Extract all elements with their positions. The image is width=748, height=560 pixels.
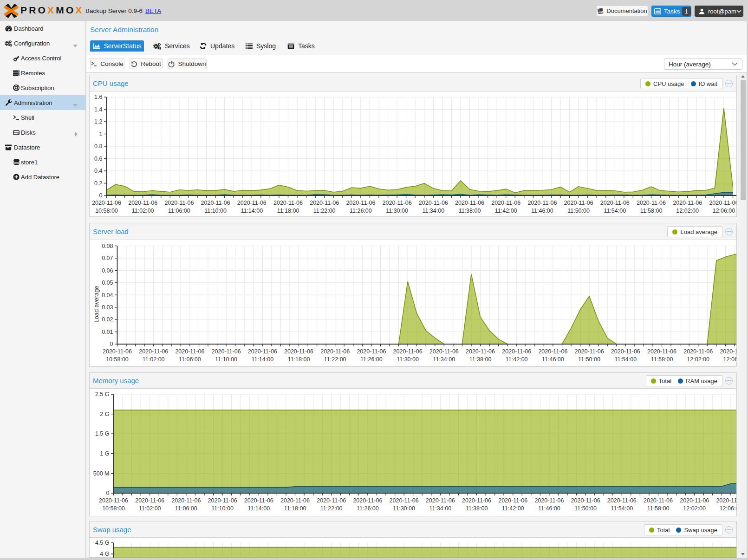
- svg-text:2020-11-06: 2020-11-06: [429, 348, 459, 355]
- svg-text:2020-11-06: 2020-11-06: [390, 497, 419, 504]
- svg-text:0.01: 0.01: [102, 329, 113, 335]
- svg-text:11:26:00: 11:26:00: [350, 208, 372, 214]
- svg-text:11:06:00: 11:06:00: [179, 356, 201, 363]
- svg-text:0.8: 0.8: [94, 143, 102, 150]
- svg-text:1 G: 1 G: [100, 450, 109, 457]
- svg-text:1: 1: [99, 131, 103, 137]
- svg-text:2020-11-06: 2020-11-06: [284, 348, 313, 355]
- svg-text:2.5 G: 2.5 G: [95, 391, 110, 397]
- svg-text:2020-11-06: 2020-11-06: [280, 497, 310, 504]
- svg-text:2020-11-06: 2020-11-06: [393, 348, 423, 355]
- svg-text:2020-11-06: 2020-11-06: [455, 200, 484, 206]
- svg-text:2020-11-06: 2020-11-06: [357, 348, 386, 355]
- svg-text:12:02:00: 12:02:00: [676, 208, 699, 214]
- svg-text:2020-11-06: 2020-11-06: [716, 497, 736, 504]
- svg-text:1.5 G: 1.5 G: [95, 430, 110, 437]
- svg-text:11:18:00: 11:18:00: [288, 356, 310, 363]
- svg-text:11:34:00: 11:34:00: [429, 505, 451, 512]
- svg-text:11:14:00: 11:14:00: [241, 208, 263, 214]
- svg-text:11:26:00: 11:26:00: [360, 356, 383, 363]
- svg-text:2020-11-06: 2020-11-06: [534, 497, 564, 504]
- svg-text:11:26:00: 11:26:00: [357, 505, 379, 512]
- svg-text:4.5 G: 4.5 G: [95, 540, 110, 546]
- svg-text:11:02:00: 11:02:00: [143, 356, 165, 363]
- svg-text:11:54:00: 11:54:00: [604, 208, 626, 214]
- svg-text:12:02:00: 12:02:00: [687, 356, 709, 363]
- svg-text:4 G: 4 G: [100, 551, 109, 557]
- svg-text:2020-11-06: 2020-11-06: [171, 497, 201, 504]
- svg-text:2020-11-06: 2020-11-06: [611, 348, 640, 355]
- svg-text:11:14:00: 11:14:00: [251, 356, 273, 363]
- svg-text:2020-11-06: 2020-11-06: [466, 348, 495, 355]
- svg-text:2020-11-06: 2020-11-06: [491, 200, 520, 206]
- svg-text:11:46:00: 11:46:00: [538, 505, 560, 512]
- svg-text:2020-11-06: 2020-11-06: [462, 497, 491, 504]
- svg-text:11:22:00: 11:22:00: [320, 505, 343, 512]
- svg-text:2020-11-06: 2020-11-06: [244, 497, 273, 504]
- svg-text:1.4: 1.4: [94, 106, 102, 113]
- svg-text:11:06:00: 11:06:00: [175, 505, 197, 512]
- svg-text:10:58:00: 10:58:00: [106, 356, 129, 363]
- svg-text:11:06:00: 11:06:00: [168, 208, 190, 214]
- svg-text:2020-11-06: 2020-11-06: [237, 200, 267, 206]
- svg-text:2020-11-06: 2020-11-06: [571, 497, 600, 504]
- svg-text:11:38:00: 11:38:00: [469, 356, 492, 363]
- svg-text:2020-11-06: 2020-11-06: [99, 497, 128, 504]
- svg-text:0.02: 0.02: [102, 316, 113, 323]
- svg-text:2020-11-06: 2020-11-06: [647, 348, 676, 355]
- svg-text:11:38:00: 11:38:00: [459, 208, 481, 214]
- svg-text:12:06:00: 12:06:00: [720, 505, 736, 512]
- svg-text:11:22:00: 11:22:00: [324, 356, 346, 363]
- svg-text:2020-11-06: 2020-11-06: [208, 497, 237, 504]
- svg-text:0.4: 0.4: [94, 168, 102, 174]
- svg-text:11:10:00: 11:10:00: [215, 356, 237, 363]
- svg-text:2020-11-06: 2020-11-06: [538, 348, 567, 355]
- svg-text:2020-11-06: 2020-11-06: [310, 200, 339, 206]
- svg-text:0.07: 0.07: [102, 255, 113, 261]
- svg-text:11:42:00: 11:42:00: [506, 356, 528, 363]
- svg-text:11:38:00: 11:38:00: [466, 505, 488, 512]
- svg-text:500 M: 500 M: [93, 470, 110, 477]
- svg-text:11:58:00: 11:58:00: [647, 505, 670, 512]
- svg-text:0.2: 0.2: [94, 180, 102, 187]
- svg-text:11:02:00: 11:02:00: [139, 505, 161, 512]
- svg-text:2020-11-06: 2020-11-06: [383, 200, 412, 206]
- svg-text:2020-11-06: 2020-11-06: [320, 348, 350, 355]
- svg-text:11:54:00: 11:54:00: [614, 356, 637, 363]
- svg-text:11:34:00: 11:34:00: [433, 356, 455, 363]
- svg-text:2020-11-06: 2020-11-06: [139, 348, 168, 355]
- svg-text:2020-11-06: 2020-11-06: [273, 200, 303, 206]
- svg-text:1.6: 1.6: [94, 94, 102, 100]
- svg-text:2020-11-06: 2020-11-06: [201, 200, 230, 206]
- svg-text:0.05: 0.05: [102, 280, 113, 286]
- svg-text:2020-11-06: 2020-11-06: [346, 200, 375, 206]
- svg-text:2020-11-06: 2020-11-06: [248, 348, 277, 355]
- svg-text:11:30:00: 11:30:00: [393, 505, 415, 512]
- svg-text:0: 0: [99, 192, 103, 199]
- svg-text:2020-11-06: 2020-11-06: [680, 497, 709, 504]
- svg-text:0.04: 0.04: [102, 292, 113, 299]
- svg-text:1.2: 1.2: [94, 118, 102, 125]
- svg-text:11:42:00: 11:42:00: [495, 208, 517, 214]
- svg-text:11:22:00: 11:22:00: [313, 208, 336, 214]
- svg-text:2020-11-06: 2020-11-06: [426, 497, 455, 504]
- svg-text:2020-11-06: 2020-11-06: [502, 348, 531, 355]
- svg-text:12:02:00: 12:02:00: [683, 505, 706, 512]
- svg-text:2020-11-06: 2020-11-06: [498, 497, 527, 504]
- svg-text:2020-11-06: 2020-11-06: [564, 200, 593, 206]
- svg-text:11:34:00: 11:34:00: [422, 208, 444, 214]
- svg-text:12:06:00: 12:06:00: [723, 356, 736, 363]
- svg-text:2020-11-06: 2020-11-06: [709, 200, 736, 206]
- svg-text:0.06: 0.06: [102, 267, 113, 274]
- svg-text:2020-11-06: 2020-11-06: [135, 497, 164, 504]
- svg-text:11:58:00: 11:58:00: [640, 208, 663, 214]
- svg-text:2020-11-06: 2020-11-06: [175, 348, 204, 355]
- svg-text:11:46:00: 11:46:00: [531, 208, 553, 214]
- svg-text:2 G: 2 G: [100, 411, 109, 417]
- svg-text:11:10:00: 11:10:00: [211, 505, 234, 512]
- svg-text:2020-11-06: 2020-11-06: [103, 348, 132, 355]
- svg-text:11:10:00: 11:10:00: [204, 208, 227, 214]
- svg-text:0: 0: [110, 341, 113, 347]
- svg-text:11:50:00: 11:50:00: [578, 356, 600, 363]
- svg-text:2020-11-06: 2020-11-06: [637, 200, 666, 206]
